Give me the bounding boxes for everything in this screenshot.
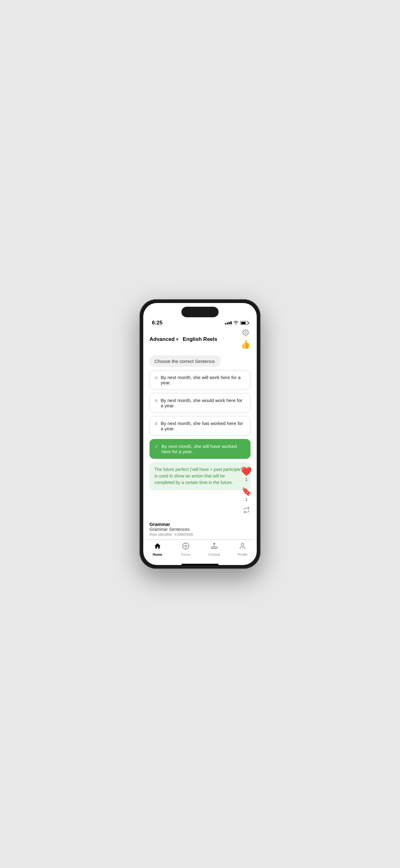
option-c-icon: ≡: [155, 421, 158, 427]
nav-item-profile[interactable]: Profile: [232, 542, 253, 556]
option-d-text: By next month, she will have worked here…: [162, 444, 245, 454]
battery-icon: [240, 321, 248, 325]
option-c-text: By next month, she has worked here for a…: [161, 421, 245, 431]
phone-screen: 6:25 Advanced: [143, 303, 257, 565]
nav-label-contest: Contest: [208, 553, 220, 556]
settings-icon[interactable]: [242, 329, 249, 338]
bookmark-count: 1: [245, 497, 247, 502]
svg-point-0: [245, 332, 246, 333]
share-action[interactable]: [243, 507, 250, 515]
explanation-box: The future perfect ('will have + past pa…: [149, 462, 251, 490]
option-d-icon: ✓: [155, 444, 159, 449]
nav-label-focus: Focus: [181, 553, 190, 556]
nav-header: Advanced ∨ English Reels 👍: [143, 327, 257, 352]
nav-item-contest[interactable]: Contest: [203, 542, 225, 556]
svg-point-10: [241, 543, 244, 546]
bookmark-icon: 🔖: [241, 487, 252, 496]
profile-icon: [239, 542, 246, 552]
svg-point-2: [185, 545, 187, 547]
bottom-nav: Home Focus: [143, 539, 257, 562]
reel-subcategory: Grammar Sentences: [149, 527, 251, 532]
page-title: English Reels: [182, 336, 217, 342]
side-actions: ❤️ 1 🔖 1: [241, 466, 252, 515]
chevron-down-icon: ∨: [176, 337, 178, 341]
option-a-text: By next month, she will work here for a …: [161, 375, 245, 385]
heart-count: 1: [245, 477, 247, 482]
level-label: Advanced: [149, 336, 174, 342]
answer-option-b[interactable]: ≡ By next month, she would work here for…: [149, 393, 251, 413]
reel-identifier: Reel Identifier: #JMM2948: [149, 532, 251, 537]
answer-option-a[interactable]: ≡ By next month, she will work here for …: [149, 370, 251, 390]
contest-icon: [210, 542, 218, 552]
thumbs-up-icon[interactable]: 👍: [241, 340, 251, 349]
share-icon: [243, 507, 250, 515]
status-time: 6:25: [152, 320, 163, 326]
home-icon: [154, 542, 161, 552]
option-b-text: By next month, she would work here for a…: [161, 398, 245, 408]
phone-frame: 6:25 Advanced: [139, 299, 261, 569]
signal-icon: [225, 321, 232, 324]
nav-item-focus[interactable]: Focus: [175, 542, 197, 556]
answer-option-d[interactable]: ✓ By next month, she will have worked he…: [149, 439, 251, 459]
home-indicator: [181, 564, 219, 565]
reel-category: Grammar: [149, 522, 251, 527]
option-a-icon: ≡: [155, 375, 158, 381]
nav-item-home[interactable]: Home: [147, 542, 168, 556]
level-selector[interactable]: Advanced ∨: [149, 336, 178, 342]
status-icons: [225, 320, 248, 326]
nav-label-home: Home: [153, 553, 162, 556]
heart-action[interactable]: ❤️ 1: [241, 466, 252, 482]
answer-option-c[interactable]: ≡ By next month, she has worked here for…: [149, 416, 251, 436]
status-bar: 6:25: [143, 317, 257, 327]
wifi-icon: [233, 320, 238, 326]
option-b-icon: ≡: [155, 398, 158, 404]
nav-label-profile: Profile: [238, 553, 247, 556]
heart-icon: ❤️: [241, 466, 252, 476]
header-actions: 👍: [241, 329, 251, 349]
content-area: Choose the correct Sentence. ≡ By next m…: [143, 352, 257, 519]
reel-info: Grammar Grammar Sentences Reel Identifie…: [143, 519, 257, 537]
bookmark-action[interactable]: 🔖 1: [241, 487, 252, 502]
question-prompt: Choose the correct Sentence.: [149, 355, 221, 367]
focus-icon: [182, 542, 190, 552]
dynamic-island: [181, 307, 219, 317]
